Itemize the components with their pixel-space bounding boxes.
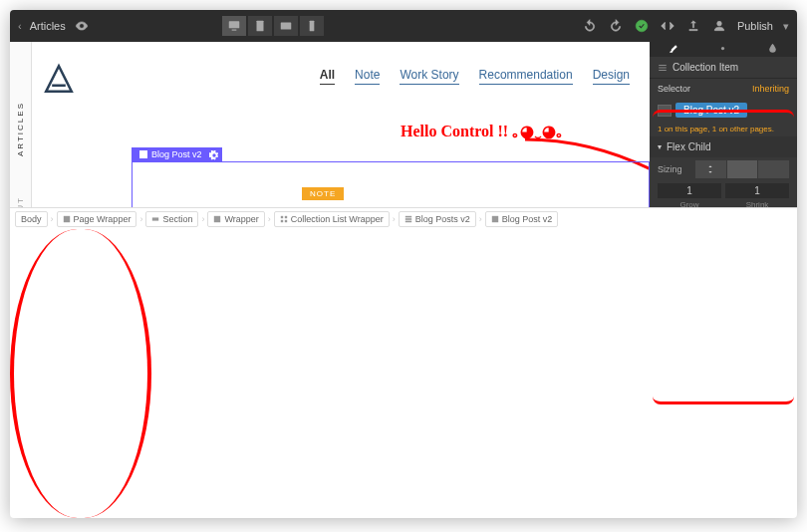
nav: All Note Work Story Recommendation Desig… bbox=[320, 68, 630, 85]
bc-body[interactable]: Body bbox=[15, 211, 48, 227]
mobile-icon[interactable] bbox=[300, 16, 324, 36]
publish-button[interactable]: Publish bbox=[737, 20, 773, 32]
bc-wrapper[interactable]: Wrapper bbox=[207, 211, 264, 227]
shrink-value[interactable]: 1 bbox=[725, 183, 789, 198]
svg-point-5 bbox=[636, 20, 648, 32]
svg-rect-10 bbox=[63, 215, 69, 221]
nav-note[interactable]: Note bbox=[355, 68, 380, 85]
instance-note: 1 on this page, 1 on other pages. bbox=[650, 122, 797, 136]
code-icon[interactable] bbox=[660, 18, 675, 34]
svg-rect-19 bbox=[404, 220, 410, 222]
brush-icon[interactable] bbox=[668, 42, 680, 57]
style-panel: Collection Item SelectorInheriting Blog … bbox=[650, 42, 797, 207]
flex-child-header[interactable]: Flex Child bbox=[650, 136, 797, 157]
sizing-shrink-icon[interactable] bbox=[695, 160, 726, 178]
export-icon[interactable] bbox=[685, 18, 701, 34]
nav-rec[interactable]: Recommendation bbox=[479, 68, 573, 85]
droplet-icon[interactable] bbox=[766, 42, 779, 57]
publish-chevron[interactable]: ▾ bbox=[783, 20, 789, 33]
check-icon[interactable] bbox=[634, 18, 650, 34]
svg-rect-16 bbox=[285, 219, 287, 221]
nav-all[interactable]: All bbox=[320, 68, 335, 85]
gear-icon[interactable] bbox=[716, 42, 729, 57]
svg-point-6 bbox=[721, 47, 724, 50]
bc-page-wrapper[interactable]: Page Wrapper bbox=[57, 211, 137, 227]
grow-value[interactable]: 1 bbox=[658, 183, 721, 198]
selection-settings-icon[interactable] bbox=[206, 147, 222, 162]
panel-tabs bbox=[650, 42, 797, 57]
annotation-highlight bbox=[653, 397, 794, 404]
card-tag: NOTE bbox=[302, 187, 344, 200]
annotation-highlight bbox=[653, 110, 794, 118]
collection-item-label: Collection Item bbox=[672, 62, 738, 73]
eye-icon[interactable] bbox=[74, 18, 90, 34]
logo[interactable] bbox=[42, 62, 76, 100]
left-rail: ARTICLES ABOUT READING LIST bbox=[10, 42, 32, 207]
bc-blog-post[interactable]: Blog Post v2 bbox=[485, 211, 559, 227]
svg-rect-7 bbox=[659, 65, 667, 66]
bc-collection-list[interactable]: Collection List Wrapper bbox=[274, 211, 390, 227]
svg-rect-2 bbox=[257, 21, 264, 32]
svg-rect-15 bbox=[281, 219, 283, 221]
breadcrumb-bar: Body› Page Wrapper› Section› Wrapper› Co… bbox=[10, 207, 797, 229]
bc-blog-posts[interactable]: Blog Posts v2 bbox=[399, 211, 476, 227]
svg-rect-13 bbox=[281, 215, 283, 217]
sizing-grow-icon[interactable] bbox=[727, 160, 758, 178]
annotation-highlight bbox=[10, 229, 151, 518]
svg-rect-17 bbox=[404, 215, 410, 217]
page-label: Articles bbox=[30, 20, 66, 32]
back-icon[interactable]: ‹ bbox=[18, 20, 22, 32]
svg-rect-18 bbox=[404, 218, 410, 220]
nav-work[interactable]: Work Story bbox=[400, 68, 458, 85]
undo-icon[interactable] bbox=[582, 18, 598, 34]
selection-label[interactable]: Blog Post v2 bbox=[132, 147, 210, 161]
svg-rect-8 bbox=[659, 67, 667, 68]
nav-design[interactable]: Design bbox=[593, 68, 630, 85]
svg-rect-11 bbox=[152, 217, 158, 220]
blog-post-card[interactable]: NOTE BERBEDA SEBAGAI STRATEGI Strategi y… bbox=[132, 161, 650, 207]
sizing-none-icon[interactable] bbox=[758, 160, 789, 178]
person-icon[interactable] bbox=[711, 18, 727, 34]
svg-rect-4 bbox=[310, 21, 315, 32]
desktop-icon[interactable] bbox=[222, 16, 246, 36]
svg-rect-3 bbox=[281, 23, 292, 30]
svg-rect-9 bbox=[659, 70, 667, 71]
annotation-text: Hello Control !! ｡◕‿◕｡ bbox=[401, 122, 564, 140]
svg-rect-20 bbox=[491, 215, 497, 221]
bc-section[interactable]: Section bbox=[145, 211, 198, 227]
tablet-landscape-icon[interactable] bbox=[274, 16, 298, 36]
canvas: All Note Work Story Recommendation Desig… bbox=[32, 42, 650, 207]
svg-rect-0 bbox=[229, 21, 240, 28]
rail-articles[interactable]: ARTICLES bbox=[16, 102, 25, 156]
svg-rect-14 bbox=[285, 215, 287, 217]
top-toolbar: ‹ Articles Publish ▾ bbox=[10, 10, 797, 42]
sizing-label: Sizing bbox=[658, 164, 691, 174]
svg-rect-12 bbox=[214, 215, 220, 221]
device-switcher bbox=[222, 16, 324, 36]
selector-row: SelectorInheriting bbox=[650, 79, 797, 99]
tablet-icon[interactable] bbox=[248, 16, 272, 36]
svg-rect-1 bbox=[232, 30, 237, 31]
redo-icon[interactable] bbox=[608, 18, 624, 34]
list-icon bbox=[658, 63, 668, 73]
rail-about[interactable]: ABOUT bbox=[16, 196, 25, 207]
